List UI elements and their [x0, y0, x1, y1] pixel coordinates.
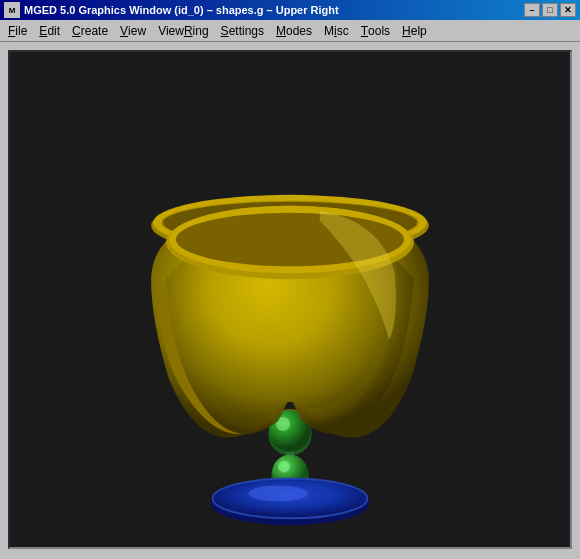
title-bar-controls: – □ ✕	[524, 3, 576, 17]
viewport[interactable]	[8, 50, 572, 549]
title-bar: M MGED 5.0 Graphics Window (id_0) – shap…	[0, 0, 580, 20]
app-icon-label: M	[9, 6, 16, 15]
minimize-button[interactable]: –	[524, 3, 540, 17]
base-highlight	[248, 485, 308, 501]
window-title: MGED 5.0 Graphics Window (id_0) – shapes…	[24, 4, 339, 16]
scene-svg	[10, 52, 570, 547]
3d-scene	[10, 52, 570, 547]
menu-bar: File Edit Create View ViewRing Settings …	[0, 20, 580, 42]
menu-settings[interactable]: Settings	[215, 21, 270, 41]
sphere-lower-highlight	[278, 461, 290, 473]
menu-modes[interactable]: Modes	[270, 21, 318, 41]
menu-help[interactable]: Help	[396, 21, 433, 41]
title-bar-text-group: M MGED 5.0 Graphics Window (id_0) – shap…	[4, 2, 339, 18]
menu-file[interactable]: File	[2, 21, 33, 41]
menu-view[interactable]: View	[114, 21, 152, 41]
app-icon: M	[4, 2, 20, 18]
menu-misc[interactable]: Misc	[318, 21, 355, 41]
menu-tools[interactable]: Tools	[355, 21, 396, 41]
maximize-button[interactable]: □	[542, 3, 558, 17]
menu-edit[interactable]: Edit	[33, 21, 66, 41]
menu-viewring[interactable]: ViewRing	[152, 21, 214, 41]
menu-create[interactable]: Create	[66, 21, 114, 41]
close-button[interactable]: ✕	[560, 3, 576, 17]
